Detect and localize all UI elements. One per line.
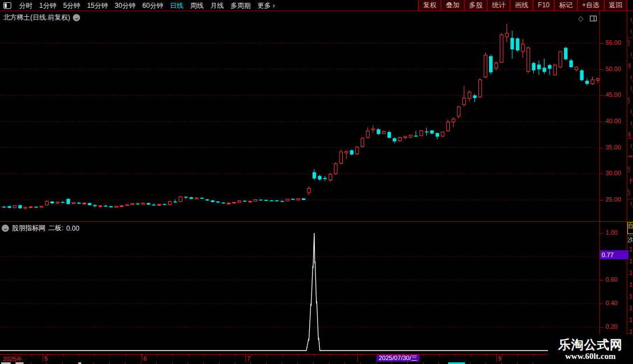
period-tabs: 分时1分钟5分钟15分钟30分钟60分钟日线周线月线多周期更多 ›: [16, 1, 278, 11]
date-axis: 2025年 5679 2025/07/30/三: [0, 354, 633, 362]
tdx-kline-screen: { "toolbar": { "left_items": [ {"label":…: [0, 0, 633, 364]
action-button-3[interactable]: 统计: [487, 0, 510, 11]
clipped-char: 刂: [627, 200, 632, 207]
minor-tick: [47, 354, 48, 356]
action-button-1[interactable]: 叠加: [441, 0, 464, 11]
minor-tick: [125, 354, 126, 356]
month-label-4: 9: [498, 355, 501, 362]
indicator-header: ⌄ 股朋指标网 二板: 0.00: [2, 223, 80, 233]
clipped-char: 卜: [627, 178, 632, 184]
strip-divider: [627, 138, 633, 139]
minor-tick: [173, 354, 173, 356]
axis-tick: [599, 148, 603, 148]
clipped-char: 次: [627, 236, 632, 243]
action-button-4[interactable]: 画线: [510, 0, 533, 11]
clipped-char: 丬: [627, 63, 632, 69]
minor-tick: [78, 354, 79, 356]
minor-tick: [110, 354, 110, 356]
minor-tick: [439, 354, 440, 356]
axis-tick: [599, 95, 603, 96]
period-tab-6[interactable]: 日线: [166, 1, 187, 11]
indicator-value: 0.00: [66, 225, 79, 232]
clipped-char: 刂: [627, 109, 632, 115]
price-label-2: 45.00: [606, 91, 621, 98]
clipped-char: 刂: [627, 29, 632, 35]
action-button-5[interactable]: F10: [533, 0, 554, 11]
clipped-char: 刂: [627, 52, 632, 58]
clipped-char: 艹: [627, 155, 632, 161]
month-label-2: 7: [247, 355, 250, 362]
period-tab-4[interactable]: 30分钟: [111, 1, 139, 11]
panel-icon[interactable]: [590, 16, 597, 21]
action-button-2[interactable]: 多股: [464, 0, 487, 11]
chevron-down-icon[interactable]: ⌄: [2, 225, 9, 232]
clipped-char: 氵: [627, 97, 632, 104]
month-tick: [496, 354, 497, 362]
minor-tick: [345, 354, 346, 356]
price-label-6: 25.00: [606, 196, 621, 203]
minor-tick: [298, 354, 299, 356]
minor-tick: [235, 354, 236, 356]
period-tab-10[interactable]: 更多 ›: [254, 1, 278, 11]
action-button-6[interactable]: 标记: [554, 0, 577, 11]
clipped-char: 刂: [627, 74, 632, 81]
period-tab-1[interactable]: 1分钟: [36, 1, 60, 11]
clipped-char: 丬: [627, 132, 632, 138]
month-tick: [43, 354, 43, 362]
clipped-digit: 1: [629, 282, 632, 288]
minor-tick: [157, 354, 157, 356]
axis-tick: [599, 233, 603, 234]
strip-divider: [627, 38, 633, 38]
minor-tick: [282, 354, 283, 356]
action-button-7[interactable]: +自选: [577, 0, 604, 11]
period-tab-8[interactable]: 月线: [207, 1, 227, 11]
indicator-axis-label-1: 0.60: [606, 276, 617, 283]
minor-tick: [63, 354, 63, 356]
layout-icon[interactable]: [3, 2, 11, 9]
kline-chart[interactable]: [0, 11, 599, 221]
panel-divider[interactable]: [0, 221, 633, 222]
axis-tick: [599, 200, 603, 200]
clipped-digit: 1: [629, 329, 632, 335]
diamond-icon[interactable]: ◇: [578, 15, 583, 22]
indicator-source: 股朋指标网: [12, 223, 45, 233]
period-tab-7[interactable]: 周线: [187, 1, 207, 11]
watermark-site-name: 乐淘公式网: [558, 338, 623, 352]
minor-tick: [329, 354, 330, 356]
price-label-1: 50.00: [606, 66, 621, 72]
watermark: 乐淘公式网 www.60lt.com: [548, 335, 633, 364]
indicator-axis-label-0: 1.00: [606, 229, 617, 236]
minor-tick: [267, 354, 267, 356]
indicator-axis-label-3: 0.20: [606, 323, 617, 330]
period-tab-3[interactable]: 15分钟: [83, 1, 111, 11]
minor-tick: [31, 354, 32, 356]
indicator-label: 二板:: [48, 223, 63, 233]
minor-tick: [204, 354, 204, 356]
clipped-digit: 1: [629, 317, 632, 323]
period-tab-5[interactable]: 60分钟: [139, 1, 166, 11]
clipped-char: 氵: [627, 189, 632, 196]
action-toolbar: 复权叠加多股统计画线F10标记+自选返回: [418, 0, 627, 11]
period-tab-2[interactable]: 5分钟: [60, 1, 84, 11]
period-tab-9[interactable]: 多周期: [227, 1, 254, 11]
clipped-tab[interactable]: 自: [627, 222, 633, 234]
axis-tick: [599, 69, 603, 70]
clipped-digit: 1: [629, 258, 632, 264]
minor-tick: [471, 354, 471, 356]
month-tick: [245, 354, 246, 362]
action-button-0[interactable]: 复权: [418, 0, 441, 11]
clipped-digit: 1: [629, 270, 632, 276]
indicator-chart[interactable]: [0, 221, 599, 364]
minor-tick: [361, 354, 361, 356]
clipped-char: 刂: [627, 143, 632, 150]
minor-tick: [94, 354, 95, 356]
action-button-8[interactable]: 返回: [604, 0, 627, 11]
month-tick: [142, 354, 142, 362]
cursor-date-box: 2025/07/30/三: [376, 354, 420, 362]
chevron-down-icon[interactable]: ⌄: [73, 14, 80, 21]
page-title: 北方稀土(日线.前复权): [3, 13, 70, 22]
minor-tick: [220, 354, 220, 356]
clipped-bottom-row: [0, 362, 633, 364]
minor-tick: [486, 354, 487, 356]
period-tab-0[interactable]: 分时: [16, 1, 36, 11]
